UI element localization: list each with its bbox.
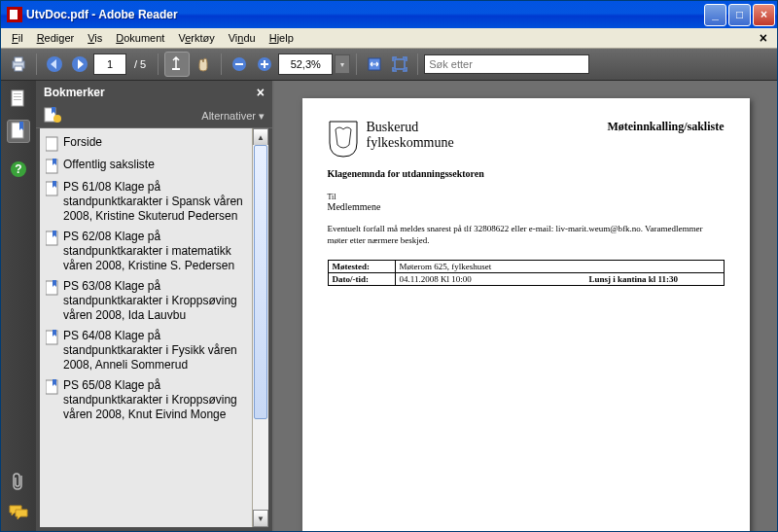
svg-rect-13 bbox=[12, 90, 23, 106]
bookmark-icon bbox=[46, 159, 59, 174]
zoom-out-button[interactable] bbox=[228, 53, 251, 76]
scroll-up-button[interactable]: ▲ bbox=[253, 128, 268, 146]
help-icon[interactable]: ? bbox=[8, 159, 29, 180]
page-body-text: Eventuelt forfall må meldes snarest på t… bbox=[328, 224, 725, 246]
search-input[interactable] bbox=[424, 54, 589, 74]
brand-line2: fylkeskommune bbox=[367, 135, 454, 151]
menu-hjelp[interactable]: Hjelp bbox=[263, 30, 301, 46]
scroll-thumb[interactable] bbox=[254, 145, 267, 419]
maximize-button[interactable]: □ bbox=[728, 4, 751, 26]
svg-rect-5 bbox=[172, 68, 180, 70]
bookmark-item[interactable]: PS 65/08 Klage på standpunktkarakter i K… bbox=[44, 375, 251, 425]
bookmarks-alternatives-dropdown[interactable]: Alternativer ▾ bbox=[201, 110, 265, 123]
zoom-dropdown[interactable]: ▾ bbox=[335, 54, 350, 74]
svg-rect-1 bbox=[15, 57, 22, 62]
menu-fil[interactable]: Fil bbox=[5, 30, 30, 46]
page-header: Buskerud fylkeskommune Møteinnkalling/sa… bbox=[328, 120, 725, 159]
meeting-table: Møtested: Møterom 625, fylkeshuset Dato/… bbox=[328, 260, 725, 286]
new-bookmark-icon[interactable] bbox=[44, 106, 61, 125]
menu-verktoy[interactable]: Verktøy bbox=[171, 30, 221, 46]
bookmarks-panel: Bokmerker × Alternativer ▾ Forside bbox=[36, 81, 274, 531]
attachments-icon[interactable] bbox=[8, 471, 29, 492]
menu-vindu[interactable]: Vindu bbox=[222, 30, 263, 46]
next-page-button[interactable] bbox=[68, 53, 91, 76]
svg-rect-16 bbox=[14, 99, 21, 100]
bookmark-icon bbox=[46, 379, 59, 395]
bookmarks-list: Forside Offentlig saksliste PS 61/08 Kla… bbox=[40, 128, 268, 527]
svg-rect-7 bbox=[235, 63, 243, 65]
app-window: UtvDoc.pdf - Adobe Reader _ □ × Fil Redi… bbox=[0, 0, 778, 532]
bookmark-item[interactable]: Offentlig saksliste bbox=[44, 155, 251, 177]
bookmark-item[interactable]: PS 63/08 Klage på standpunktkarakter i K… bbox=[44, 276, 251, 326]
bookmarks-close-icon[interactable]: × bbox=[257, 85, 265, 100]
bookmarks-header: Bokmerker × bbox=[36, 81, 272, 104]
minimize-button[interactable]: _ bbox=[704, 4, 726, 26]
select-tool-button[interactable] bbox=[164, 52, 190, 77]
bookmark-icon bbox=[46, 181, 59, 196]
pages-panel-icon[interactable] bbox=[8, 89, 29, 110]
table-cell: Lunsj i kantina kl 11:30 bbox=[544, 273, 724, 286]
bookmark-label: PS 63/08 Klage på standpunktkarakter i K… bbox=[63, 279, 249, 323]
bookmark-icon bbox=[46, 280, 59, 296]
fit-width-button[interactable] bbox=[363, 53, 386, 76]
bookmark-item[interactable]: PS 61/08 Klage på standpunktkarakter i S… bbox=[44, 177, 251, 227]
main-body: ? Bokmerker × Alternativer ▾ bbox=[1, 81, 777, 531]
table-row: Møtested: Møterom 625, fylkeshuset bbox=[328, 261, 724, 273]
hand-tool-button[interactable] bbox=[192, 53, 215, 76]
bookmarks-scrollbar[interactable]: ▲ ▼ bbox=[252, 128, 268, 527]
menu-close-doc[interactable]: × bbox=[754, 30, 773, 46]
svg-rect-10 bbox=[264, 60, 265, 68]
svg-point-21 bbox=[53, 115, 61, 123]
bookmark-item[interactable]: PS 62/08 Klage på standpunktkarakter i m… bbox=[44, 227, 251, 276]
titlebar: UtvDoc.pdf - Adobe Reader _ □ × bbox=[1, 1, 777, 28]
bookmark-label: PS 65/08 Klage på standpunktkarakter i K… bbox=[63, 378, 249, 422]
scroll-track[interactable] bbox=[253, 145, 268, 511]
close-button[interactable]: × bbox=[753, 4, 775, 26]
toolbar: / 5 ▾ bbox=[1, 49, 777, 81]
svg-rect-2 bbox=[15, 66, 22, 71]
prev-page-button[interactable] bbox=[43, 53, 66, 76]
menu-vis[interactable]: Vis bbox=[81, 30, 109, 46]
page-subtitle: Klagenemnda for utdanningssektoren bbox=[328, 168, 725, 179]
fit-page-button[interactable] bbox=[388, 53, 411, 76]
toolbar-separator bbox=[221, 53, 222, 75]
bookmarks-options-bar: Alternativer ▾ bbox=[36, 104, 272, 128]
bookmark-icon bbox=[46, 330, 59, 345]
bookmark-icon bbox=[46, 231, 59, 246]
to-label: Til bbox=[328, 193, 725, 201]
bookmark-item[interactable]: Forside bbox=[44, 132, 251, 155]
brand-line1: Buskerud bbox=[367, 120, 454, 135]
table-cell: 04.11.2008 Kl 10:00 bbox=[395, 273, 544, 286]
svg-text:?: ? bbox=[15, 162, 21, 176]
svg-rect-12 bbox=[395, 59, 405, 69]
svg-rect-22 bbox=[46, 137, 57, 151]
bookmark-item[interactable]: PS 64/08 Klage på standpunktkarakter i F… bbox=[44, 326, 251, 375]
bookmark-icon bbox=[46, 136, 59, 152]
coat-of-arms-icon bbox=[328, 120, 359, 159]
document-area[interactable]: Buskerud fylkeskommune Møteinnkalling/sa… bbox=[274, 81, 777, 531]
table-row: Dato/-tid: 04.11.2008 Kl 10:00 Lunsj i k… bbox=[328, 273, 724, 286]
page-number-input[interactable] bbox=[93, 53, 126, 75]
window-title: UtvDoc.pdf - Adobe Reader bbox=[26, 8, 702, 21]
menu-rediger[interactable]: Rediger bbox=[30, 30, 82, 46]
zoom-in-button[interactable] bbox=[253, 53, 276, 76]
toolbar-separator bbox=[158, 53, 159, 75]
menubar: Fil Rediger Vis Dokument Verktøy Vindu H… bbox=[1, 28, 777, 49]
toolbar-separator bbox=[36, 53, 37, 75]
comments-icon[interactable] bbox=[8, 502, 29, 523]
bookmark-label: PS 64/08 Klage på standpunktkarakter i F… bbox=[63, 329, 249, 372]
toolbar-separator bbox=[356, 53, 357, 75]
bookmarks-panel-icon[interactable] bbox=[7, 120, 30, 143]
scroll-down-button[interactable]: ▼ bbox=[253, 510, 268, 527]
nav-strip: ? bbox=[1, 81, 36, 531]
print-button[interactable] bbox=[7, 53, 30, 76]
page-total-label: / 5 bbox=[134, 58, 146, 70]
bookmark-label: Offentlig saksliste bbox=[63, 158, 155, 172]
menu-dokument[interactable]: Dokument bbox=[109, 30, 171, 46]
table-cell: Dato/-tid: bbox=[328, 273, 395, 286]
bookmark-label: Forside bbox=[63, 135, 102, 150]
table-cell: Møterom 625, fylkeshuset bbox=[395, 261, 724, 273]
bookmarks-items: Forside Offentlig saksliste PS 61/08 Kla… bbox=[40, 128, 253, 429]
app-icon bbox=[7, 7, 22, 22]
zoom-input[interactable] bbox=[278, 53, 333, 75]
